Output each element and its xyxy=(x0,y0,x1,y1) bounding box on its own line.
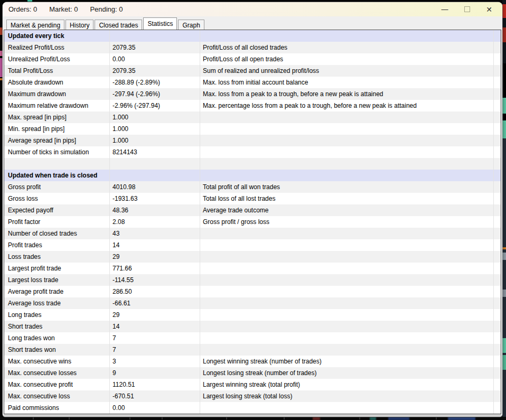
tab-market-pending[interactable]: Market & pending xyxy=(6,20,64,30)
row-tail xyxy=(494,65,501,77)
tab-graph[interactable]: Graph xyxy=(178,20,204,30)
row-tail xyxy=(494,158,501,170)
row-value: -297.94 (-2.96%) xyxy=(110,88,200,100)
row-tail xyxy=(494,309,501,321)
row-value: 0.00 xyxy=(110,402,200,414)
table-row: Maximum relative drawdown -2.96% (-297.9… xyxy=(4,100,501,111)
close-icon: ✕ xyxy=(486,5,492,14)
row-label: Average profit trade xyxy=(4,286,110,297)
row-description xyxy=(200,251,494,263)
row-label: Short trades xyxy=(4,321,110,332)
row-tail xyxy=(494,390,501,402)
row-label: Min. spread [in pips] xyxy=(4,123,110,135)
row-value: 29 xyxy=(110,309,200,321)
row-description: Profit/Loss of all open trades xyxy=(200,53,494,65)
tab-statistics[interactable]: Statistics xyxy=(143,17,177,30)
row-description: Longest losing streak (number of trades) xyxy=(200,367,494,379)
background-app-bottom-strip xyxy=(0,417,506,420)
table-row: Expected payoff 48.36 Average trade outc… xyxy=(4,204,501,216)
row-value: 7 xyxy=(110,344,200,356)
row-description xyxy=(200,321,494,332)
table-row: Max. consecutive wins 3 Longest winning … xyxy=(4,356,501,367)
close-button[interactable]: ✕ xyxy=(478,3,500,16)
status-label: Orders: 0 xyxy=(8,5,37,13)
table-row: Paid commissions 0.00 xyxy=(4,402,501,414)
row-description xyxy=(200,344,494,356)
row-label: Number of closed trades xyxy=(4,228,110,239)
row-description: Sum of realized and unrealized profit/lo… xyxy=(200,65,494,77)
table-row: Loss trades 29 xyxy=(4,251,501,263)
status-label: Pending: 0 xyxy=(90,5,123,13)
row-tail xyxy=(494,332,501,344)
tab-history[interactable]: History xyxy=(65,20,93,30)
minimize-icon: — xyxy=(442,5,448,13)
row-label: Average loss trade xyxy=(4,297,110,309)
status-label: Market: 0 xyxy=(49,5,78,13)
row-value: 14 xyxy=(110,321,200,332)
row-value xyxy=(110,30,200,42)
row-tail xyxy=(494,204,501,216)
row-description xyxy=(200,146,494,158)
row-description xyxy=(200,111,494,123)
table-row: Total Profit/Loss 2079.35 Sum of realize… xyxy=(4,65,501,77)
row-tail xyxy=(494,239,501,251)
row-description xyxy=(200,123,494,135)
row-label: Largest profit trade xyxy=(4,263,110,274)
row-tail xyxy=(494,228,501,239)
row-label: Max. consecutive loss xyxy=(4,390,110,402)
table-row: Average spread [in pips] 1.000 xyxy=(4,135,501,146)
row-tail xyxy=(494,111,501,123)
table-row: Short trades won 7 xyxy=(4,344,501,356)
row-tail xyxy=(494,88,501,100)
row-label: Max. consecutive profit xyxy=(4,379,110,390)
row-description xyxy=(200,30,494,42)
row-description xyxy=(200,274,494,286)
row-label: Largest loss trade xyxy=(4,274,110,286)
row-label: Gross profit xyxy=(4,181,110,193)
row-description xyxy=(200,286,494,297)
row-label: Max. consecutive losses xyxy=(4,367,110,379)
row-description xyxy=(200,309,494,321)
table-row: Unrealized Profit/Loss 0.00 Profit/Loss … xyxy=(4,53,501,65)
row-label: Unrealized Profit/Loss xyxy=(4,53,110,65)
row-tail xyxy=(494,402,501,414)
background-app-right-strip xyxy=(502,0,506,420)
row-label: Long trades won xyxy=(4,332,110,344)
window-titlebar[interactable]: Orders: 0Market: 0Pending: 0 — ✕ xyxy=(3,2,502,16)
table-row: Profit trades 14 xyxy=(4,239,501,251)
row-value: -1931.63 xyxy=(110,193,200,204)
row-label: Loss trades xyxy=(4,251,110,263)
row-label: Absolute drawdown xyxy=(4,77,110,88)
row-tail xyxy=(494,42,501,53)
minimize-button[interactable]: — xyxy=(434,3,456,16)
row-description: Profit/Loss of all closed trades xyxy=(200,42,494,53)
row-description: Average trade outcome xyxy=(200,204,494,216)
row-label: Expected payoff xyxy=(4,204,110,216)
row-value: 7 xyxy=(110,332,200,344)
row-value: -114.55 xyxy=(110,274,200,286)
table-row: Gross loss -1931.63 Total loss of all lo… xyxy=(4,193,501,204)
row-tail xyxy=(494,263,501,274)
row-value: 771.66 xyxy=(110,263,200,274)
row-tail xyxy=(494,123,501,135)
table-row: Average profit trade 286.50 xyxy=(4,286,501,297)
row-tail xyxy=(494,321,501,332)
row-tail xyxy=(494,100,501,111)
background-app-edge-top xyxy=(27,0,32,2)
row-tail xyxy=(494,286,501,297)
row-value: 48.36 xyxy=(110,204,200,216)
table-row: Long trades won 7 xyxy=(4,332,501,344)
row-label: Short trades won xyxy=(4,344,110,356)
row-label xyxy=(4,158,110,170)
row-description xyxy=(200,239,494,251)
tab-bar: Market & pendingHistoryClosed tradesStat… xyxy=(3,16,502,30)
row-label: Updated every tick xyxy=(4,30,110,42)
row-label: Profit factor xyxy=(4,216,110,228)
row-value: -670.51 xyxy=(110,390,200,402)
row-tail xyxy=(494,367,501,379)
row-description: Gross profit / gross loss xyxy=(200,216,494,228)
horizontal-scrollbar[interactable] xyxy=(4,414,501,417)
maximize-button[interactable] xyxy=(456,3,478,16)
table-row: Maximum drawdown -297.94 (-2.96%) Max. l… xyxy=(4,88,501,100)
tab-closed-trades[interactable]: Closed trades xyxy=(95,20,142,30)
